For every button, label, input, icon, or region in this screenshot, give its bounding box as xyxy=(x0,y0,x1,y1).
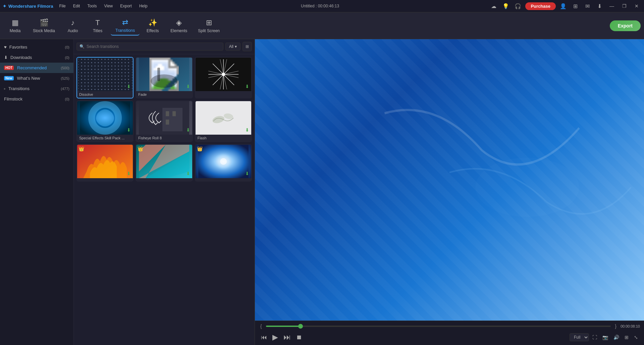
transition-blue-glow[interactable]: 👑 ⬇ xyxy=(195,144,252,182)
toolbar-elements[interactable]: ◈ Elements xyxy=(166,16,192,35)
split-screen-icon: ⊞ xyxy=(206,18,212,27)
transition-fisheye[interactable]: ⬇ Fisheye Roll 8 xyxy=(136,100,193,142)
toolbar-audio[interactable]: ♪ Audio xyxy=(61,16,85,35)
transition-fire[interactable]: 👑 ⬇ xyxy=(76,144,133,182)
fullscreen-button[interactable]: ⛶ xyxy=(590,333,599,341)
layout-icon[interactable]: ⊞ xyxy=(571,1,580,11)
toolbar-transitions-label: Transitions xyxy=(115,28,135,33)
svg-point-4 xyxy=(151,74,177,88)
download-icon[interactable]: ⬇ xyxy=(595,1,604,11)
whats-new-count: (525) xyxy=(61,76,69,80)
sidebar-item-transitions[interactable]: ▸ Transitions (477) xyxy=(0,83,73,94)
maximize-button[interactable]: ❐ xyxy=(620,3,629,9)
time-display: 00:00:08:10 xyxy=(621,324,640,328)
video-background xyxy=(255,39,644,321)
sidebar-item-downloads[interactable]: ⬇ Downloads (0) xyxy=(0,52,73,63)
svg-point-34 xyxy=(475,158,579,217)
bracket-start-button[interactable]: { xyxy=(259,323,263,330)
flash-label: Flash xyxy=(196,135,251,141)
toolbar-stock-media[interactable]: 🎬 Stock Media xyxy=(28,16,60,35)
menu-help[interactable]: Help xyxy=(136,2,151,10)
main-content: ♥ Favorites (0) ⬇ Downloads (0) HOT Reco… xyxy=(0,39,644,345)
filmstock-count: (0) xyxy=(65,97,69,101)
recommended-count: (500) xyxy=(61,66,69,70)
headset-icon[interactable]: 🎧 xyxy=(513,1,523,11)
cloud-icon[interactable]: ☁ xyxy=(489,1,498,11)
purchase-button[interactable]: Purchase xyxy=(525,2,556,10)
search-input[interactable] xyxy=(87,44,220,49)
special-fx-label: Special Effects Skill Pack ... xyxy=(77,135,133,141)
sidebar-item-whats-new[interactable]: New What's New (525) xyxy=(0,73,73,83)
app-icon: ✦ xyxy=(3,4,6,9)
rewind-button[interactable]: ⏮ xyxy=(259,333,269,342)
toolbar-media[interactable]: ▦ Media xyxy=(3,16,27,35)
sidebar-downloads-label: Downloads xyxy=(10,55,32,60)
titles-icon: T xyxy=(95,18,100,27)
toolbar-media-label: Media xyxy=(10,28,21,33)
bulb-icon[interactable]: 💡 xyxy=(501,1,511,11)
sidebar-transitions-label: Transitions xyxy=(8,86,30,91)
layout-preview-button[interactable]: ⊞ xyxy=(623,333,631,341)
fire-thumb: 👑 ⬇ xyxy=(77,145,133,178)
blue-glow-crown-icon: 👑 xyxy=(197,146,203,151)
progress-bar[interactable] xyxy=(266,326,611,327)
fisheye-label: Fisheye Roll 8 xyxy=(136,135,192,141)
content-area: 🔍 All ▾ ⊞ xyxy=(74,39,255,345)
transition-starburst[interactable]: ⬇ xyxy=(195,57,252,98)
effects-icon: ✨ xyxy=(148,18,157,27)
svg-point-33 xyxy=(220,158,227,165)
fade-label: Fade xyxy=(136,91,192,98)
transition-teal[interactable]: 👑 ⬇ xyxy=(136,144,193,182)
transition-dissolve[interactable]: ⬇ Dissolve xyxy=(76,57,133,98)
blue-glow-thumb: 👑 ⬇ xyxy=(196,145,251,178)
toolbar-split-screen[interactable]: ⊞ Split Screen xyxy=(193,16,224,35)
sidebar-item-recommended[interactable]: HOT Recommended (500) xyxy=(0,63,73,73)
minimize-button[interactable]: — xyxy=(607,3,617,9)
filter-label: All xyxy=(229,44,233,49)
fire-label xyxy=(77,178,133,181)
volume-button[interactable]: 🔊 xyxy=(611,333,621,341)
transition-fade[interactable]: ⬇ Fade xyxy=(136,57,193,98)
svg-rect-2 xyxy=(80,58,130,91)
play-button[interactable]: ▶ xyxy=(270,332,280,343)
toolbar-effects[interactable]: ✨ Effects xyxy=(141,16,164,35)
menu-file[interactable]: File xyxy=(56,2,69,10)
sidebar-item-favorites[interactable]: ♥ Favorites (0) xyxy=(0,42,73,52)
transitions-chevron: ▸ xyxy=(4,87,6,90)
controls-row: ⏮ ▶ ⏭ ⏹ Full 1/2 1/4 ⛶ 📷 🔊 ⊞ ⤡ xyxy=(259,332,640,343)
menu-edit[interactable]: Edit xyxy=(70,2,84,10)
menu-export[interactable]: Export xyxy=(117,2,135,10)
transition-special-fx[interactable]: ⬇ Special Effects Skill Pack ... xyxy=(76,100,133,142)
quality-select[interactable]: Full 1/2 1/4 xyxy=(570,333,589,341)
bracket-end-button[interactable]: } xyxy=(613,323,618,330)
sidebar-item-filmstock[interactable]: Filmstock (0) xyxy=(0,94,73,104)
grid-view-button[interactable]: ⊞ xyxy=(243,42,252,51)
stop-button[interactable]: ⏹ xyxy=(294,333,304,342)
filter-dropdown[interactable]: All ▾ xyxy=(225,43,240,51)
special-fx-download-icon: ⬇ xyxy=(127,127,131,133)
menu-view[interactable]: View xyxy=(101,2,116,10)
app-logo: ✦ Wondershare Filmora xyxy=(3,4,53,9)
special-fx-thumb: ⬇ xyxy=(77,101,133,135)
teal-crown-icon: 👑 xyxy=(138,146,143,151)
close-button[interactable]: ✕ xyxy=(632,3,641,9)
snapshot-button[interactable]: 📷 xyxy=(600,333,610,341)
user-avatar[interactable]: 👤 xyxy=(558,1,568,11)
sidebar-recommended-label: Recommended xyxy=(17,65,47,70)
teal-label xyxy=(136,178,192,181)
toolbar-stock-media-label: Stock Media xyxy=(33,28,55,33)
panel-body: ♥ Favorites (0) ⬇ Downloads (0) HOT Reco… xyxy=(0,39,255,345)
toolbar-elements-label: Elements xyxy=(170,28,187,33)
export-button[interactable]: Export xyxy=(610,20,641,31)
titlebar: ✦ Wondershare Filmora File Edit Tools Vi… xyxy=(0,0,644,12)
new-badge: New xyxy=(4,76,14,80)
transition-flash[interactable]: ⬇ Flash xyxy=(195,100,252,142)
fast-forward-button[interactable]: ⏭ xyxy=(281,332,293,343)
preview-panel: { } 00:00:08:10 ⏮ ▶ ⏭ ⏹ Full 1/2 1/4 xyxy=(255,39,644,345)
toolbar-titles[interactable]: T Titles xyxy=(86,16,109,35)
toolbar-transitions[interactable]: ⇄ Transitions xyxy=(111,16,140,36)
main-toolbar: ▦ Media 🎬 Stock Media ♪ Audio T Titles ⇄… xyxy=(0,12,644,39)
mail-icon[interactable]: ✉ xyxy=(583,1,592,11)
fit-button[interactable]: ⤡ xyxy=(632,333,640,341)
menu-tools[interactable]: Tools xyxy=(84,2,100,10)
